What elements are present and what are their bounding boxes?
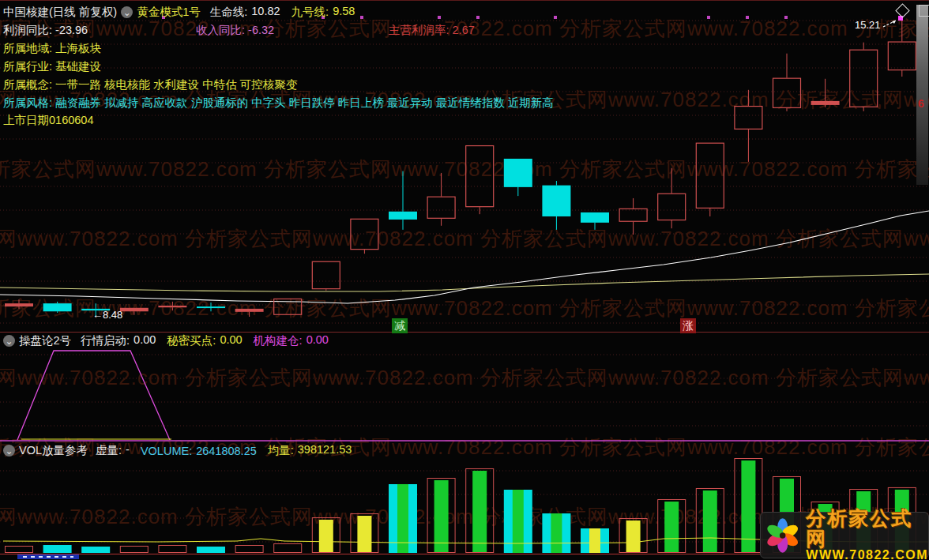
margin-field: 主营利润率: 2.67: [389, 23, 475, 38]
field-value: 398121.53: [298, 443, 352, 458]
indicator-name[interactable]: 黄金模式1号: [137, 5, 201, 20]
panel2-header: ⌄ 操盘论2号 行情启动: 0.00 秘密买点: 0.00 机构建仓: 0.00: [3, 333, 340, 348]
site-logo: 分析家公式网 WWW.70822.COM: [760, 512, 929, 558]
field-label: 行情启动:: [81, 333, 130, 348]
panel2-title[interactable]: 操盘论2号: [19, 333, 71, 348]
panel2-field: 秘密买点: 0.00: [167, 333, 242, 348]
style-line: 所属风格: 融资融券 拟减持 高应收款 沪股通标的 中字头 昨日跌停 昨日上榜 …: [3, 96, 554, 111]
concept-line: 所属概念: 一带一路 核电核能 水利建设 中特估 可控核聚变: [3, 77, 297, 92]
site-url: WWW.70822.COM: [806, 549, 928, 560]
collapse-panel3-icon[interactable]: ⌄: [3, 445, 15, 457]
field-label: 所属风格:: [3, 96, 52, 111]
field-value: 上海板块: [55, 41, 101, 56]
price-high-label: 15.21: [855, 19, 881, 31]
field-value: -6.32: [248, 24, 274, 36]
panel2-field: 行情启动: 0.00: [81, 333, 156, 348]
revenue-yoy-field: 收入同比: -6.32: [196, 23, 389, 38]
price-low-label: ←8.48: [92, 309, 122, 321]
scrollbar-glyph: 6: [918, 97, 924, 110]
square-marker-icon: [919, 5, 929, 17]
field-label: 所属行业:: [3, 59, 52, 74]
field-value: 2.67: [453, 24, 475, 36]
region-line: 所属地域: 上海板块: [3, 41, 101, 56]
field-value: 0.00: [220, 333, 242, 348]
field-label: 秘密买点:: [167, 333, 216, 348]
fundamental-row: 利润同比: -23.96 收入同比: -6.32 主营利润率: 2.67: [3, 23, 475, 38]
field-label: 所属概念:: [3, 77, 52, 92]
field-label: 所属地域:: [3, 41, 52, 56]
industry-line: 所属行业: 基础建设: [3, 59, 101, 74]
indicator-field: 生命线: 10.82: [210, 5, 280, 20]
field-value: 9.58: [333, 5, 355, 20]
field-label: VOLUME:: [141, 445, 192, 457]
listing-date-line: 上市日期0160604: [3, 113, 93, 128]
field-label: 主营利润率:: [389, 24, 449, 36]
horizontal-scrollbar-thumb[interactable]: [17, 554, 79, 559]
field-value: 2641808.25: [196, 445, 257, 457]
indicator-field: 九号线: 9.58: [291, 5, 355, 20]
profit-yoy-field: 利润同比: -23.96: [3, 23, 196, 38]
field-value: 融资融券 拟减持 高应收款 沪股通标的 中字头 昨日跌停 昨日上榜 最近异动 最…: [55, 96, 554, 111]
panel3-field: VOLUME: 2641808.25: [141, 445, 257, 457]
vertical-scrollbar[interactable]: [916, 5, 928, 185]
panel3-header: ⌄ VOL放量参考 虚量: - VOLUME: 2641808.25 均量: 3…: [3, 443, 363, 458]
field-label: 九号线:: [291, 5, 329, 20]
field-value: 基础建设: [55, 59, 101, 74]
rise-badge: 涨: [680, 318, 696, 333]
field-value: 0.00: [307, 333, 329, 348]
arrow-left-icon: ←: [92, 309, 103, 321]
field-value: 一带一路 核电核能 水利建设 中特估 可控核聚变: [55, 77, 297, 92]
field-label: 虚量:: [96, 443, 122, 458]
panel3-field: 均量: 398121.53: [268, 443, 352, 458]
stock-title: 中国核建(日线 前复权): [3, 5, 117, 20]
stock-chart-window: 分析家公式网www.70822.com 分析家公式网www.70822.com …: [0, 0, 929, 560]
panel2-field: 机构建仓: 0.00: [254, 333, 329, 348]
collapse-main-indicator-icon[interactable]: ⌄: [121, 6, 133, 18]
field-label: 生命线:: [210, 5, 248, 20]
field-value: -23.96: [55, 24, 88, 36]
field-value: -: [126, 443, 130, 458]
site-name: 分析家公式网: [806, 508, 928, 550]
field-label: 收入同比:: [196, 24, 245, 36]
panel3-field: 虚量: -: [96, 443, 130, 458]
decrease-badge: 减: [392, 318, 408, 333]
field-value: 0.00: [134, 333, 156, 348]
field-label: 上市日期0160604: [3, 113, 93, 128]
field-label: 均量:: [268, 443, 294, 458]
flower-icon: [765, 517, 799, 554]
field-label: 机构建仓:: [254, 333, 303, 348]
collapse-panel2-icon[interactable]: ⌄: [3, 335, 15, 347]
chart-header-row: 中国核建(日线 前复权) ⌄ 黄金模式1号 生命线: 10.82 九号线: 9.…: [3, 5, 366, 20]
field-label: 利润同比:: [3, 24, 52, 36]
panel3-title[interactable]: VOL放量参考: [19, 443, 88, 458]
field-value: 10.82: [251, 5, 280, 20]
